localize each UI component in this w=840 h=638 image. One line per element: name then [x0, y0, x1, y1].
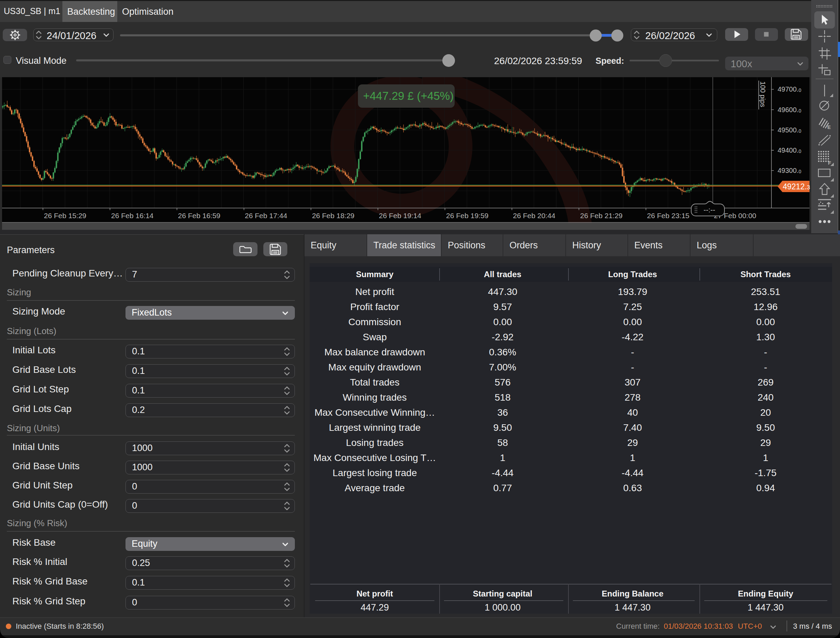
- svg-text:100 pips: 100 pips: [759, 81, 767, 108]
- svg-text:26 Feb 20:44: 26 Feb 20:44: [513, 212, 556, 220]
- svg-text:E: E: [827, 124, 831, 130]
- svg-text:26 Feb 16:14: 26 Feb 16:14: [111, 212, 153, 220]
- svg-text:49500.0: 49500.0: [778, 126, 801, 134]
- svg-text:26 Feb 21:29: 26 Feb 21:29: [580, 212, 623, 220]
- svg-text:--:--: --:--: [704, 206, 715, 214]
- svg-text:26 Feb 17:44: 26 Feb 17:44: [245, 212, 287, 220]
- svg-text:26 Feb 19:14: 26 Feb 19:14: [379, 212, 422, 220]
- svg-text:49400.0: 49400.0: [778, 146, 801, 154]
- svg-text:26 Feb 19:59: 26 Feb 19:59: [446, 212, 489, 220]
- svg-text:26 Feb 23:15: 26 Feb 23:15: [647, 212, 690, 220]
- svg-text:26 Feb 16:59: 26 Feb 16:59: [178, 212, 221, 220]
- svg-text:26 Feb 15:29: 26 Feb 15:29: [44, 212, 87, 220]
- svg-text:26 Feb 18:29: 26 Feb 18:29: [312, 212, 355, 220]
- svg-text:49600.0: 49600.0: [778, 106, 801, 114]
- svg-text:49300.0: 49300.0: [778, 167, 801, 174]
- svg-text:49700.0: 49700.0: [778, 85, 801, 93]
